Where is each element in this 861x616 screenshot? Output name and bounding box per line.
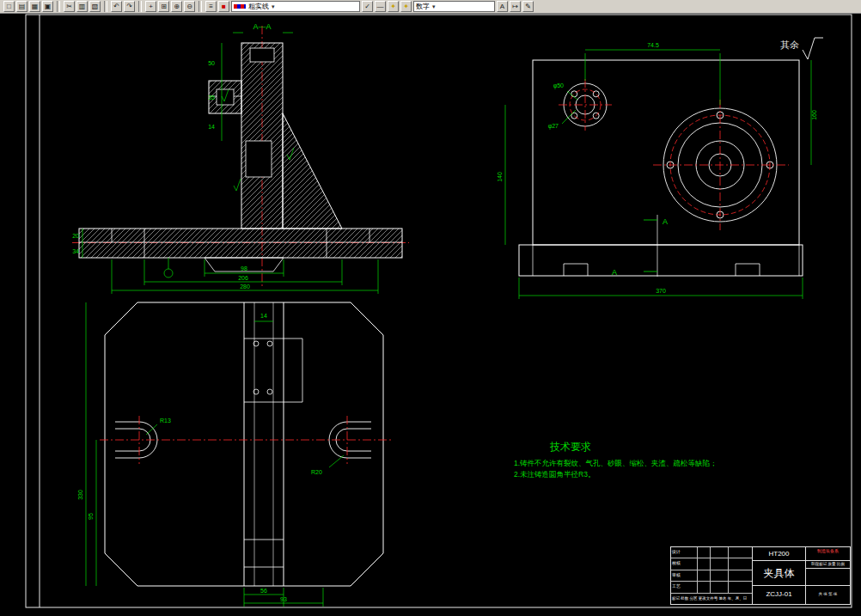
dim-label: 14: [208, 124, 215, 130]
surface-note-text: 其余: [780, 40, 799, 50]
dim-style-icon[interactable]: ↦: [510, 1, 521, 12]
roughness-symbol-icon: [803, 38, 823, 59]
plot-icon[interactable]: ▣: [42, 1, 53, 12]
chevron-down-icon[interactable]: ▾: [272, 3, 275, 10]
dim-label: φ50: [553, 82, 564, 89]
stage-cells: 阶段标记 质量 比例: [806, 561, 850, 585]
section-label: A—A: [253, 22, 271, 31]
revision-table: 设计 校核 审核 工艺 标记 处数 分区 更改文件号 签名 年、月、日: [671, 547, 753, 604]
toolbar-separator: [57, 1, 60, 12]
zoom-in-icon[interactable]: ⊕: [171, 1, 182, 12]
layer-color-icon[interactable]: ■: [218, 1, 229, 12]
dim-label: 56: [260, 588, 267, 594]
dim-label: 50: [208, 60, 215, 66]
edit-text-icon[interactable]: ✎: [522, 1, 534, 12]
tech-title: 技术要求: [549, 441, 591, 453]
surface-roughness-note: 其余: [780, 38, 823, 59]
revision-header: 标记 处数 分区 更改文件号 签名 年、月、日: [671, 594, 752, 604]
dim-label: 140: [497, 172, 503, 182]
material-cell: HT200: [753, 547, 806, 560]
zoom-out-icon[interactable]: ⊖: [184, 1, 195, 12]
role-label: 校核: [671, 558, 697, 569]
open-file-icon[interactable]: ▤: [16, 1, 27, 12]
dim-label: 206: [238, 275, 248, 281]
plan-view: R13 R20 330 95 56 93 14: [77, 302, 392, 607]
cad-window: □ ▤ ▦ ▣ ✂ ▥ ▧ ↶ ↷ + ⊞ ⊕ ⊖ ≡ ■ 粗实线 ▾ ✓ — …: [0, 0, 861, 616]
dim-label: 93: [280, 596, 287, 602]
tech-line-2: 2.未注铸造圆角半径R3。: [514, 470, 595, 479]
save-file-icon[interactable]: ▦: [29, 1, 40, 12]
cut-label: A: [612, 268, 617, 277]
dim-label: 35: [208, 95, 215, 101]
dim-label: 370: [656, 288, 666, 294]
drawing-canvas[interactable]: A—A 98 206 280 50 35 14 20 34: [0, 14, 861, 616]
toolbar-separator: [138, 1, 142, 12]
dim-label: 14: [260, 313, 267, 319]
new-file-icon[interactable]: □: [3, 1, 15, 12]
text-style-value: 数字: [416, 2, 430, 11]
dim-label: 95: [88, 513, 94, 520]
toolbar-separator: [198, 1, 202, 12]
sheet-frame: [26, 15, 852, 607]
dim-label: R20: [311, 469, 322, 475]
role-label: 设计: [671, 547, 697, 558]
paste-icon[interactable]: ▧: [89, 1, 101, 12]
toolbar: □ ▤ ▦ ▣ ✂ ▥ ▧ ↶ ↷ + ⊞ ⊕ ⊖ ≡ ■ 粗实线 ▾ ✓ — …: [0, 0, 861, 14]
layer-combo[interactable]: 粗实线 ▾: [231, 1, 360, 12]
cut-icon[interactable]: ✂: [64, 1, 75, 12]
match-properties-icon[interactable]: ✓: [362, 1, 373, 12]
dim-label: 98: [241, 265, 247, 271]
text-style-icon[interactable]: A: [497, 1, 508, 12]
tool-star-icon[interactable]: ✦: [400, 1, 412, 12]
side-view: 74.5 370 160 140 φ50 φ27 A A: [497, 42, 817, 299]
tech-line-1: 1.铸件不允许有裂纹、气孔、砂眼、缩松、夹渣、疏松等缺陷；: [514, 459, 718, 467]
pan-icon[interactable]: +: [145, 1, 156, 12]
copy-icon[interactable]: ▥: [76, 1, 88, 12]
org-cell: 制造装备系: [806, 547, 850, 560]
tool-lightning-icon[interactable]: ✦: [388, 1, 399, 12]
layers-icon[interactable]: ≡: [205, 1, 217, 12]
text-style-combo[interactable]: 数字 ▾: [413, 1, 495, 12]
redo-icon[interactable]: ↷: [124, 1, 135, 12]
zoom-window-icon[interactable]: ⊞: [158, 1, 169, 12]
dim-label: 34: [72, 248, 79, 254]
role-label: 审核: [671, 570, 697, 581]
chevron-down-icon[interactable]: ▾: [432, 3, 436, 10]
title-block-main: HT200 制造装备系 夹具体 阶段标记 质量 比例 ZCJJ-01 共 张 第…: [753, 547, 850, 604]
layer-combo-value: 粗实线: [248, 2, 269, 11]
tech-notes: 技术要求 1.铸件不允许有裂纹、气孔、砂眼、缩松、夹渣、疏松等缺陷； 2.未注铸…: [514, 441, 718, 479]
undo-icon[interactable]: ↶: [111, 1, 122, 12]
title-block: 设计 校核 审核 工艺 标记 处数 分区 更改文件号 签名 年、月、日 HT20…: [670, 546, 851, 605]
front-view: A—A 98 206 280 50 35 14 20 34: [72, 22, 409, 294]
sheet-cell: 共 张 第 张: [806, 586, 850, 604]
drawing-sheet: A—A 98 206 280 50 35 14 20 34: [0, 14, 861, 616]
role-label: 工艺: [671, 582, 697, 592]
toolbar-separator: [104, 1, 107, 12]
dim-label: 20: [72, 233, 79, 239]
part-name-cell: 夹具体: [753, 561, 806, 585]
dim-label: 74.5: [647, 42, 659, 48]
drawing-no-cell: ZCJJ-01: [753, 586, 806, 604]
dim-label: 160: [811, 110, 817, 120]
cut-label: A: [663, 217, 668, 226]
stage-header: 阶段标记 质量 比例: [806, 561, 850, 569]
dim-label: φ27: [548, 123, 559, 130]
dim-label: 280: [240, 284, 250, 290]
linetype-icon[interactable]: —: [375, 1, 386, 12]
dim-label: 330: [77, 490, 83, 500]
dim-label: R13: [160, 418, 171, 424]
layer-linetype-swatch: [234, 4, 246, 9]
